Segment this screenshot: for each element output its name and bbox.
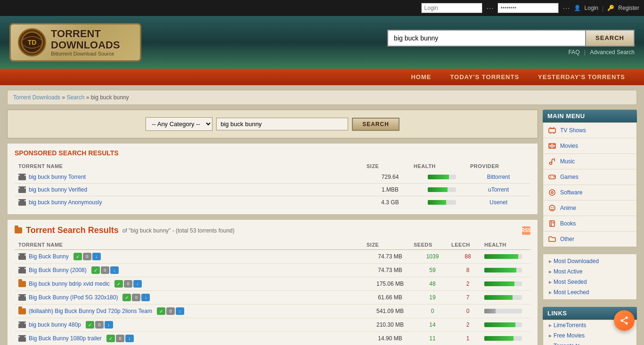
action-icons: ✓ 0 ↓ — [106, 335, 134, 342]
result-seeds-0: 1039 — [414, 253, 451, 260]
results-title: Torrent Search Results of "big buck bunn… — [15, 225, 235, 235]
password-input[interactable] — [497, 3, 559, 13]
dl-badge[interactable]: ↓ — [141, 294, 150, 301]
nav-home[interactable]: HOME — [401, 69, 440, 85]
register-link[interactable]: Register — [618, 5, 639, 11]
res-col-name: TORRENT NAME — [18, 242, 367, 248]
result-seeds-4: 0 — [414, 308, 451, 314]
search-form-input[interactable] — [216, 118, 348, 130]
sponsored-name-0[interactable]: big buck bunny Torrent — [18, 174, 367, 180]
check-badge[interactable]: ✓ — [106, 335, 115, 342]
svg-point-26 — [551, 207, 552, 208]
results-folder-icon — [15, 227, 22, 233]
top-bar: ⋯ ⋯ 👤 Login | 🔑 Register — [0, 0, 644, 16]
action-icons: ✓ 0 ↓ — [114, 280, 142, 288]
link-free-movies[interactable]: Free Movies — [543, 330, 636, 341]
sidebar-item-anime[interactable]: Anime — [543, 201, 636, 216]
dl-badge[interactable]: ↓ — [92, 253, 101, 260]
sidebar-item-software[interactable]: Software — [543, 185, 636, 201]
password-dots: ⋯ — [562, 4, 570, 13]
svg-point-27 — [553, 207, 554, 208]
dl-badge[interactable]: ↓ — [110, 266, 119, 274]
dl-badge[interactable]: ↓ — [133, 280, 142, 288]
category-select[interactable]: -- Any Category -- — [146, 117, 212, 131]
breadcrumb-home[interactable]: Torrent Downloads — [13, 94, 60, 101]
table-row: big buck bunny 480p ✓ 0 ↓ 210.30 MB 14 2 — [15, 318, 530, 332]
svg-rect-13 — [554, 147, 554, 148]
sidebar-item-tv-shows[interactable]: TV Shows — [543, 123, 636, 138]
result-name-0[interactable]: Big Buck Bunny ✓ 0 ↓ — [18, 253, 367, 260]
header-search-input[interactable] — [387, 30, 585, 47]
table-row: Big Buck Bunny (IPod 5G 320x180) ✓ 0 ↓ 6… — [15, 291, 530, 305]
nav-yesterdays[interactable]: YESTERDAY'S TORRENTS — [529, 69, 635, 85]
result-name-2[interactable]: Big buck bunny bdrip xvid medic ✓ 0 ↓ — [18, 280, 367, 288]
login-icon: 👤 — [574, 5, 581, 11]
search-form-button[interactable]: SEARCH — [352, 118, 399, 131]
sidebar-label: Other — [560, 236, 574, 242]
rss-icon[interactable]: RSS — [522, 226, 530, 235]
film-icon — [18, 186, 26, 193]
sidebar-item-books[interactable]: Books — [543, 216, 636, 232]
result-name-1[interactable]: Big Buck Bunny (2008) ✓ 0 ↓ — [18, 266, 367, 274]
breadcrumb: Torrent Downloads » Search » big buck bu… — [7, 90, 637, 105]
check-badge[interactable]: ✓ — [122, 294, 131, 301]
breadcrumb-search[interactable]: Search — [66, 94, 84, 101]
num-badge: 0 — [83, 253, 91, 260]
sponsored-name-2[interactable]: big buck bunny Anonymously — [18, 199, 367, 206]
sidebar-sub-most-seeded[interactable]: Most Seeded — [543, 277, 636, 287]
sidebar-item-other[interactable]: Other — [543, 232, 636, 247]
sponsored-name-1[interactable]: big buck bunny Verified — [18, 186, 367, 193]
sidebar-item-movies[interactable]: Movies — [543, 138, 636, 154]
advanced-search-link[interactable]: Advanced Search — [590, 49, 635, 56]
logo-title: TORRENTDOWNLOADS — [51, 28, 120, 51]
login-input[interactable] — [421, 3, 482, 13]
result-name-5[interactable]: big buck bunny 480p ✓ 0 ↓ — [18, 321, 367, 329]
sidebar-label: TV Shows — [560, 127, 586, 134]
check-badge[interactable]: ✓ — [73, 253, 82, 260]
search-row: SEARCH — [387, 30, 635, 47]
logo-text: TORRENTDOWNLOADS Bittorrent Download Sou… — [51, 28, 120, 56]
sidebar-sub-most-downloaded[interactable]: Most Downloaded — [543, 256, 636, 266]
film-icon — [18, 267, 26, 273]
sidebar-item-music[interactable]: Music — [543, 154, 636, 169]
header-search-button[interactable]: SEARCH — [585, 30, 635, 47]
sponsored-size-0: 729.64 — [367, 174, 414, 180]
sidebar-sub-most-active[interactable]: Most Active — [543, 266, 636, 277]
result-seeds-1: 59 — [414, 267, 451, 273]
sponsored-title: SPONSORED SEARCH RESULTS — [15, 149, 530, 157]
svg-point-21 — [553, 177, 554, 177]
dl-badge[interactable]: ↓ — [176, 307, 184, 315]
cd-icon — [548, 188, 556, 197]
check-badge[interactable]: ✓ — [91, 266, 100, 274]
table-row: (tkillaahh) Big Buck Bunny Dvd 720p 2lio… — [15, 305, 530, 318]
check-badge[interactable]: ✓ — [157, 307, 165, 315]
result-name-6[interactable]: Big Buck Bunny 1080p trailer ✓ 0 ↓ — [18, 335, 367, 342]
sponsored-provider-1[interactable]: uTorrent — [470, 186, 527, 193]
svg-rect-2 — [549, 128, 555, 133]
dl-badge[interactable]: ↓ — [105, 321, 113, 329]
check-badge[interactable]: ✓ — [86, 321, 94, 329]
sponsored-provider-2[interactable]: Usenet — [470, 199, 527, 206]
sponsored-row: big buck bunny Verified 1.MBB uTorrent — [15, 184, 530, 196]
link-torrents-to[interactable]: Torrents.to — [543, 341, 636, 345]
check-badge[interactable]: ✓ — [114, 280, 123, 288]
nav-todays[interactable]: TODAY'S TORRENTS — [440, 69, 529, 85]
logo-icon: TD — [18, 28, 46, 56]
breadcrumb-sep1: » — [62, 94, 66, 101]
film-icon — [18, 253, 26, 260]
result-name-3[interactable]: Big Buck Bunny (IPod 5G 320x180) ✓ 0 ↓ — [18, 294, 367, 301]
faq-link[interactable]: FAQ — [568, 49, 579, 56]
result-health-2 — [484, 281, 527, 286]
sidebar-item-games[interactable]: Games — [543, 169, 636, 185]
fab-share-button[interactable] — [614, 310, 635, 331]
result-health-1 — [484, 268, 527, 273]
sponsored-row: big buck bunny Anonymously 4.3 GB Usenet — [15, 196, 530, 209]
register-icon: 🔑 — [607, 5, 614, 11]
table-row: Big Buck Bunny ✓ 0 ↓ 74.73 MB 1039 88 — [15, 250, 530, 264]
sponsored-provider-0[interactable]: Bittorrent — [470, 174, 527, 180]
login-link[interactable]: Login — [585, 5, 598, 11]
result-name-4[interactable]: (tkillaahh) Big Buck Bunny Dvd 720p 2lio… — [18, 307, 367, 315]
sponsored-health-1 — [414, 187, 470, 192]
sidebar-sub-most-leeched[interactable]: Most Leeched — [543, 287, 636, 297]
dl-badge[interactable]: ↓ — [125, 335, 134, 342]
